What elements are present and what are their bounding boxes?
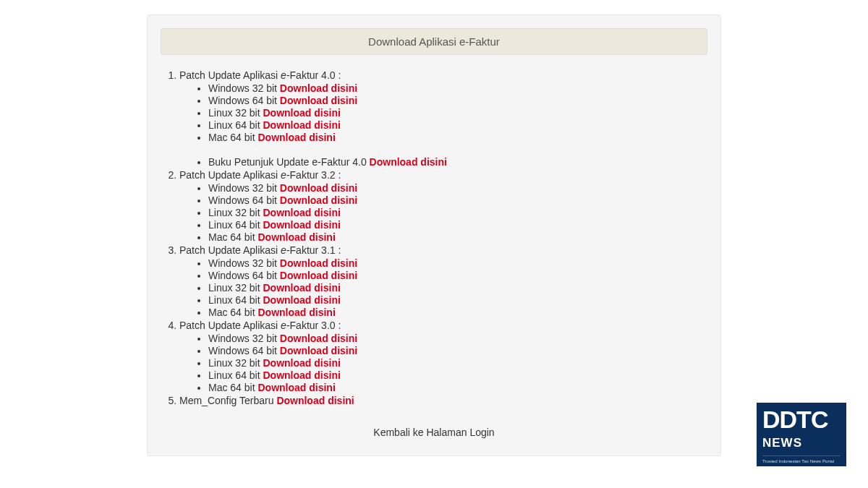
download-link[interactable]: Download disini: [280, 333, 357, 344]
platform-label: Linux 32 bit: [208, 107, 260, 119]
section-title-post: -Faktur 4.0 :: [286, 69, 341, 81]
download-link[interactable]: Download disini: [276, 395, 354, 406]
platform-item: Windows 64 bit Download disini: [208, 194, 707, 206]
platform-item: Linux 32 bit Download disini: [208, 107, 707, 119]
download-link[interactable]: Download disini: [280, 194, 357, 206]
platform-item: Linux 32 bit Download disini: [208, 357, 707, 369]
download-link[interactable]: Download disini: [263, 107, 341, 119]
section-title-pre: Patch Update Aplikasi: [179, 320, 281, 331]
platform-label: Windows 32 bit: [208, 82, 277, 94]
section-title-em: e: [281, 69, 286, 81]
platform-label: Mac 64 bit: [208, 231, 255, 243]
platform-item: Linux 32 bit Download disini: [208, 207, 707, 218]
platform-item: Windows 64 bit Download disini: [208, 270, 707, 281]
platform-list: Windows 32 bit Download disiniWindows 64…: [179, 333, 707, 393]
platform-item: Windows 32 bit Download disini: [208, 257, 707, 269]
platform-label: Windows 64 bit: [208, 270, 277, 281]
section-title-post: -Faktur 3.0 :: [286, 320, 341, 331]
platform-item: Linux 64 bit Download disini: [208, 369, 707, 381]
platform-label: Windows 64 bit: [208, 345, 277, 356]
section-title: Mem_Config Terbaru: [179, 395, 273, 406]
platform-list: Windows 32 bit Download disiniWindows 64…: [179, 82, 707, 143]
download-link[interactable]: Download disini: [263, 282, 341, 294]
platform-label: Linux 32 bit: [208, 357, 260, 369]
platform-label: Linux 64 bit: [208, 369, 260, 381]
section-title-em: e: [281, 244, 286, 256]
download-link[interactable]: Download disini: [280, 257, 357, 269]
platform-item: Mac 64 bit Download disini: [208, 132, 707, 143]
platform-item: Linux 64 bit Download disini: [208, 294, 707, 306]
section-title-em: e: [281, 169, 286, 181]
platform-label: Mac 64 bit: [208, 307, 255, 318]
download-panel: Download Aplikasi e-Faktur Patch Update …: [147, 14, 721, 456]
platform-label: Mac 64 bit: [208, 382, 255, 393]
platform-label: Linux 32 bit: [208, 207, 260, 218]
platform-item: Linux 32 bit Download disini: [208, 282, 707, 294]
download-link[interactable]: Download disini: [280, 95, 357, 106]
download-link[interactable]: Download disini: [280, 345, 357, 356]
platform-item: Windows 32 bit Download disini: [208, 333, 707, 344]
download-link[interactable]: Download disini: [258, 132, 335, 143]
download-link[interactable]: Download disini: [280, 182, 357, 194]
section-item: Patch Update Aplikasi e-Faktur 3.1 :Wind…: [179, 244, 707, 318]
platform-item: Windows 32 bit Download disini: [208, 82, 707, 94]
platform-label: Windows 32 bit: [208, 257, 277, 269]
logo-tagline: Trusted Indonesian Tax News Portal: [762, 455, 841, 456]
section-list: Patch Update Aplikasi e-Faktur 4.0 :Wind…: [161, 69, 707, 406]
footer-link-wrap: Kembali ke Halaman Login: [161, 427, 707, 438]
download-link[interactable]: Download disini: [263, 369, 341, 381]
platform-label: Linux 64 bit: [208, 219, 260, 231]
platform-label: Windows 32 bit: [208, 333, 277, 344]
section-item: Patch Update Aplikasi e-Faktur 3.0 :Wind…: [179, 320, 707, 393]
platform-item: Windows 32 bit Download disini: [208, 182, 707, 194]
panel-heading: Download Aplikasi e-Faktur: [161, 28, 707, 55]
download-link[interactable]: Download disini: [263, 207, 341, 218]
platform-label: Linux 32 bit: [208, 282, 260, 294]
platform-item: Linux 64 bit Download disini: [208, 119, 707, 131]
section-title-post: -Faktur 3.2 :: [286, 169, 341, 181]
platform-label: Linux 64 bit: [208, 119, 260, 131]
section-title-post: -Faktur 3.1 :: [286, 244, 341, 256]
download-link[interactable]: Download disini: [258, 231, 335, 243]
platform-label: Windows 64 bit: [208, 95, 277, 106]
extra-label: Buku Petunjuk Update e-Faktur 4.0: [208, 156, 367, 168]
logo-brand: DDTC: [762, 407, 827, 432]
platform-item: Mac 64 bit Download disini: [208, 307, 707, 318]
platform-item: Mac 64 bit Download disini: [208, 382, 707, 393]
platform-label: Windows 32 bit: [208, 182, 277, 194]
section-title-em: e: [281, 320, 286, 331]
platform-list: Windows 32 bit Download disiniWindows 64…: [179, 257, 707, 318]
section-item: Patch Update Aplikasi e-Faktur 4.0 :Wind…: [179, 69, 707, 168]
section-title-pre: Patch Update Aplikasi: [179, 69, 281, 81]
extra-list: Buku Petunjuk Update e-Faktur 4.0 Downlo…: [179, 156, 707, 168]
platform-item: Mac 64 bit Download disini: [208, 231, 707, 243]
download-link[interactable]: Download disini: [258, 307, 335, 318]
platform-item: Windows 64 bit Download disini: [208, 345, 707, 356]
extra-item: Buku Petunjuk Update e-Faktur 4.0 Downlo…: [208, 156, 707, 168]
brand-logo: DDTC NEWS Trusted Indonesian Tax News Po…: [757, 403, 846, 456]
download-link[interactable]: Download disini: [258, 382, 335, 393]
download-link[interactable]: Download disini: [280, 270, 357, 281]
download-link[interactable]: Download disini: [263, 119, 341, 131]
section-title-pre: Patch Update Aplikasi: [179, 244, 281, 256]
platform-label: Mac 64 bit: [208, 132, 255, 143]
section-item: Patch Update Aplikasi e-Faktur 3.2 :Wind…: [179, 169, 707, 243]
platform-label: Windows 64 bit: [208, 194, 277, 206]
platform-list: Windows 32 bit Download disiniWindows 64…: [179, 182, 707, 243]
download-link[interactable]: Download disini: [263, 294, 341, 306]
section-item: Mem_Config Terbaru Download disini: [179, 395, 707, 406]
platform-item: Linux 64 bit Download disini: [208, 219, 707, 231]
download-link[interactable]: Download disini: [280, 82, 357, 94]
section-title-pre: Patch Update Aplikasi: [179, 169, 281, 181]
download-link[interactable]: Download disini: [370, 156, 447, 168]
logo-sub: NEWS: [762, 436, 841, 450]
back-to-login-link[interactable]: Kembali ke Halaman Login: [373, 427, 494, 438]
platform-item: Windows 64 bit Download disini: [208, 95, 707, 106]
download-link[interactable]: Download disini: [263, 357, 341, 369]
download-link[interactable]: Download disini: [263, 219, 341, 231]
platform-label: Linux 64 bit: [208, 294, 260, 306]
